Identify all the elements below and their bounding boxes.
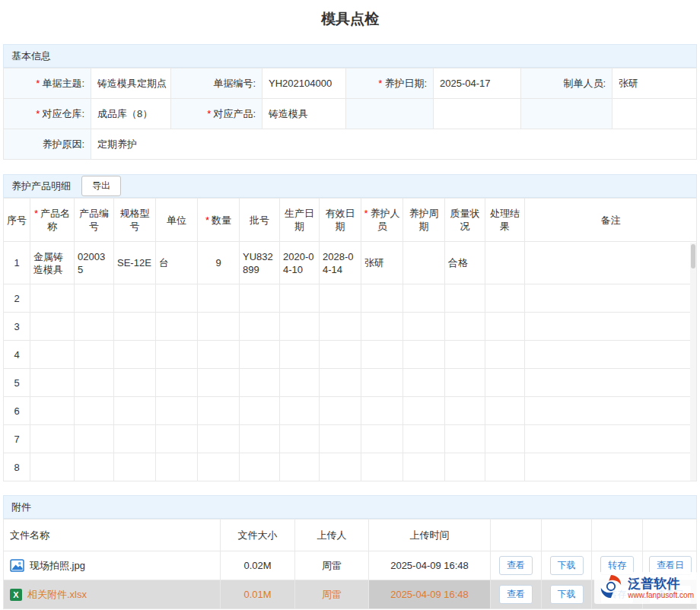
column-header: 上传时间 (369, 519, 491, 551)
section-title: 养护产品明细 (11, 180, 71, 193)
cell (361, 453, 403, 481)
field-label-cell: 制单人员: (521, 68, 612, 99)
field-label-cell: *单据主题: (4, 68, 91, 99)
cell: 2 (4, 284, 30, 313)
column-header: 生产日期 (280, 199, 320, 242)
action-cell: 查看 (491, 551, 542, 580)
vendor-logo-icon (598, 573, 624, 602)
cell: 4 (4, 341, 30, 369)
cell (320, 284, 361, 313)
section-title: 附件 (11, 500, 31, 514)
basic-info-table: *单据主题: 铸造模具定期点 单据编号: YH202104000 *养护日期: … (3, 68, 697, 160)
cell (525, 341, 697, 369)
cell (485, 313, 525, 341)
cell (280, 453, 320, 481)
table-row: 6 (4, 397, 697, 425)
column-header: 文件大小 (221, 519, 295, 551)
cell (403, 453, 445, 481)
cell (525, 369, 697, 397)
details-table: 序号 *产品名称 产品编号 规格型号 单位 *数量 批号 生产日期 有效日期 *… (3, 198, 697, 481)
cell (114, 397, 156, 425)
cell: 020035 (75, 242, 114, 284)
cell (485, 425, 525, 453)
cell (525, 397, 697, 425)
column-header: 单位 (156, 199, 198, 242)
cell (30, 313, 75, 341)
section-title: 基本信息 (11, 49, 51, 63)
scrollbar-thumb[interactable] (691, 244, 695, 268)
field-label: 单据编号: (213, 78, 256, 89)
cell (403, 425, 445, 453)
attachments-section: 附件 文件名称 文件大小 上传人 上传时间 现场拍照.jpg 0.02M 周雷 … (3, 495, 697, 609)
column-header: 序号 (4, 199, 30, 242)
column-header: *养护人员 (361, 199, 403, 242)
field-value: 铸造模具 (262, 99, 346, 129)
column-header: *产品名称 (30, 199, 75, 242)
cell (156, 341, 198, 369)
required-marker: * (36, 78, 40, 89)
table-row: 5 (4, 369, 697, 397)
attachment-row[interactable]: 现场拍照.jpg 0.02M 周雷 2025-04-09 16:48 查看 下载… (4, 551, 697, 580)
cell (445, 453, 485, 481)
table-row: 8 (4, 453, 697, 481)
cell (280, 369, 320, 397)
upload-time: 2025-04-09 16:48 (369, 551, 491, 580)
attachments-table: 文件名称 文件大小 上传人 上传时间 现场拍照.jpg 0.02M 周雷 202… (3, 519, 697, 609)
cell (320, 425, 361, 453)
column-header (592, 519, 643, 551)
cell (75, 313, 114, 341)
vertical-scrollbar[interactable] (690, 243, 696, 481)
download-button[interactable]: 下载 (550, 585, 584, 604)
cell: 9 (198, 242, 240, 284)
cell (485, 242, 525, 284)
field-label-cell: *养护日期: (346, 68, 434, 99)
file-name-cell: 现场拍照.jpg (4, 551, 221, 580)
attachment-row[interactable]: X相关附件.xlsx 0.01M 周雷 2025-04-09 16:48 查看 … (4, 580, 697, 609)
required-marker: * (364, 208, 368, 219)
view-button[interactable]: 查看 (499, 556, 533, 575)
column-header (491, 519, 542, 551)
table-row: 4 (4, 341, 697, 369)
field-value: YH202104000 (262, 68, 346, 99)
cell (30, 425, 75, 453)
cell (240, 284, 280, 313)
column-header (542, 519, 592, 551)
table-header-row: 文件名称 文件大小 上传人 上传时间 (4, 519, 697, 551)
cell (30, 369, 75, 397)
field-label: 养护日期: (384, 78, 427, 89)
view-button[interactable]: 查看 (499, 585, 533, 604)
cell (525, 453, 697, 481)
table-row: 3 (4, 313, 697, 341)
cell (114, 369, 156, 397)
cell (403, 313, 445, 341)
cell: 6 (4, 397, 30, 425)
file-size: 0.01M (221, 580, 295, 609)
cell (114, 284, 156, 313)
cell: 3 (4, 313, 30, 341)
cell (445, 341, 485, 369)
cell (75, 453, 114, 481)
field-label: 制单人员: (563, 78, 606, 89)
cell (485, 284, 525, 313)
download-button[interactable]: 下载 (550, 556, 584, 575)
cell (198, 453, 240, 481)
cell (114, 341, 156, 369)
column-header: 规格型号 (114, 199, 156, 242)
cell (361, 341, 403, 369)
export-button[interactable]: 导出 (81, 176, 121, 196)
cell (445, 313, 485, 341)
required-marker: * (207, 108, 211, 119)
cell: 2020-04-10 (280, 242, 320, 284)
cell: 2028-04-14 (320, 242, 361, 284)
details-section: 养护产品明细 导出 序号 *产品名称 产品编号 规格型号 单位 *数量 批号 生… (3, 174, 697, 481)
cell: SE-12E (114, 242, 156, 284)
cell (75, 341, 114, 369)
field-label-cell: *对应产品: (171, 99, 262, 129)
cell (403, 341, 445, 369)
cell (525, 313, 697, 341)
cell (280, 284, 320, 313)
column-header: 处理结果 (485, 199, 525, 242)
field-label: 养护原因: (42, 138, 84, 150)
excel-file-icon: X (10, 589, 22, 601)
column-header: 上传人 (295, 519, 369, 551)
